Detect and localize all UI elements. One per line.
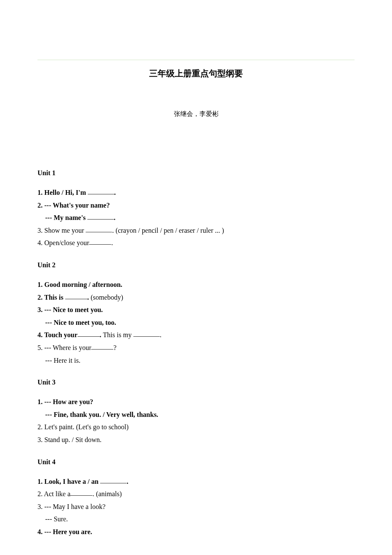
unit-4-item-3: 3. --- May I have a look? (37, 500, 355, 513)
text-fragment: . (114, 189, 116, 196)
text-fragment: 1. Hello / Hi, I'm (37, 189, 88, 196)
page-title: 三年级上册重点句型纲要 (37, 68, 355, 79)
text-fragment: . (114, 214, 115, 221)
blank (65, 292, 87, 299)
text-fragment: 3. Show me your (37, 227, 86, 234)
text-fragment: --- My name's (45, 214, 87, 221)
unit-2-item-3-reply: --- Nice to meet you, too. (37, 316, 355, 329)
document-page: 三年级上册重点句型纲要 张继会，李爱彬 Unit 1 1. Hello / Hi… (0, 0, 392, 555)
unit-4-item-1: 1. Look, I have a / an . (37, 475, 355, 488)
blank (91, 342, 113, 350)
text-fragment: . (animals) (92, 490, 121, 497)
unit-1-item-2: 2. --- What's your name? (37, 199, 355, 212)
text-fragment: . (127, 478, 128, 485)
unit-2-heading: Unit 2 (37, 261, 355, 269)
text-fragment: 5. --- Where is your (37, 344, 91, 351)
unit-4-item-3-reply: --- Sure. (37, 513, 355, 526)
unit-3-item-3: 3. Stand up. / Sit down. (37, 434, 355, 446)
unit-3-heading: Unit 3 (37, 379, 355, 386)
unit-2-item-3: 3. --- Nice to meet you. (37, 304, 355, 316)
blank (88, 187, 114, 194)
blank (86, 225, 112, 232)
text-fragment: . (160, 331, 161, 338)
top-divider (37, 60, 355, 60)
text-fragment: 4. Open/close your (37, 239, 89, 246)
unit-1-item-1: 1. Hello / Hi, I'm . (37, 186, 355, 199)
authors: 张继会，李爱彬 (37, 110, 355, 118)
text-fragment: (somebody) (89, 294, 123, 301)
unit-3-item-1: 1. --- How are you? (37, 396, 355, 408)
unit-3-item-2: 2. Let's paint. (Let's go to school) (37, 421, 355, 434)
blank (78, 330, 100, 337)
text-fragment: 1. Look, I have a / an (37, 478, 100, 485)
blank (89, 237, 111, 245)
unit-1-item-4: 4. Open/close your. (37, 237, 355, 249)
unit-1-heading: Unit 1 (37, 169, 355, 177)
text-fragment: 2. This is (37, 294, 65, 301)
unit-4-heading: Unit 4 (37, 458, 355, 466)
text-fragment: . (111, 239, 113, 246)
unit-4-item-4: 4. --- Here you are. (37, 526, 355, 538)
blank (70, 489, 92, 496)
text-fragment: 4. Touch your (37, 331, 78, 338)
unit-1-item-3: 3. Show me your . (crayon / pencil / pen… (37, 224, 355, 237)
unit-2-item-5: 5. --- Where is your? (37, 341, 355, 354)
unit-2-item-2: 2. This is . (somebody) (37, 291, 355, 304)
blank (87, 212, 114, 220)
text-fragment: . (crayon / pencil / pen / eraser / rule… (112, 227, 224, 234)
unit-1-item-2-reply: --- My name's . (37, 211, 355, 224)
unit-2-item-1: 1. Good morning / afternoon. (37, 278, 355, 291)
text-fragment: ? (113, 344, 116, 351)
unit-4-item-2: 2. Act like a. (animals) (37, 488, 355, 500)
unit-2-item-4: 4. Touch your. This is my . (37, 329, 355, 341)
blank (133, 330, 160, 337)
blank (100, 476, 127, 483)
unit-2-item-5-reply: --- Here it is. (37, 354, 355, 367)
text-fragment: 2. Act like a (37, 490, 70, 497)
text-fragment: This is my (101, 331, 133, 338)
unit-3-item-1-reply: --- Fine, thank you. / Very well, thanks… (37, 408, 355, 421)
